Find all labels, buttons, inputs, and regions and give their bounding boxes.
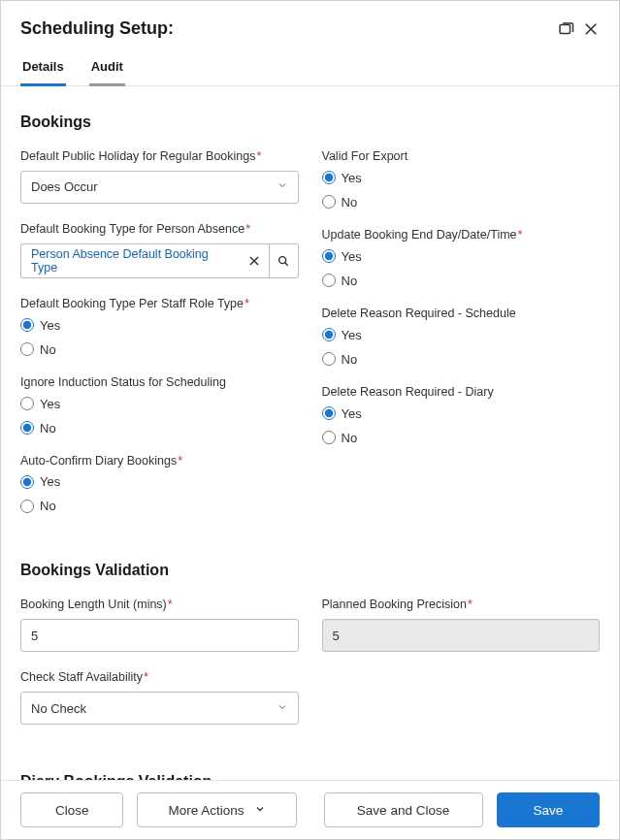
svg-rect-0 xyxy=(560,24,571,33)
lookup-clear-button[interactable] xyxy=(241,243,270,278)
page-title: Scheduling Setup: xyxy=(20,18,174,39)
radio-update-end-yes[interactable]: Yes xyxy=(322,249,601,264)
radio-delete-diary-no[interactable]: No xyxy=(322,431,601,445)
radio-valid-export-no[interactable]: No xyxy=(322,195,601,210)
radio-ignore-induction-no[interactable]: No xyxy=(20,421,299,436)
section-bookings: Bookings xyxy=(20,113,600,131)
svg-point-1 xyxy=(279,256,286,263)
lookup-value[interactable]: Person Absence Default Booking Type xyxy=(20,243,241,278)
select-check-staff-availability[interactable]: No Check xyxy=(20,692,299,725)
label-default-public-holiday: Default Public Holiday for Regular Booki… xyxy=(20,148,299,165)
radio-delete-diary-yes[interactable]: Yes xyxy=(322,406,601,421)
input-planned-booking-precision: 5 xyxy=(322,619,601,652)
label-delete-reason-diary: Delete Reason Required - Diary xyxy=(322,384,601,401)
close-icon[interactable] xyxy=(582,20,600,38)
chevron-down-icon xyxy=(254,803,266,818)
close-button[interactable]: Close xyxy=(20,792,123,827)
label-default-booking-type-absence: Default Booking Type for Person Absence* xyxy=(20,221,299,238)
save-and-close-button[interactable]: Save and Close xyxy=(324,792,483,827)
radio-ignore-induction-yes[interactable]: Yes xyxy=(20,397,299,411)
label-delete-reason-schedule: Delete Reason Required - Schedule xyxy=(322,306,601,322)
radio-staff-role-yes[interactable]: Yes xyxy=(20,318,299,333)
radio-auto-confirm-no[interactable]: No xyxy=(20,499,299,513)
select-default-public-holiday[interactable]: Does Occur xyxy=(20,171,299,204)
input-booking-length-unit[interactable]: 5 xyxy=(20,619,299,652)
label-valid-for-export: Valid For Export xyxy=(322,148,601,165)
tab-details[interactable]: Details xyxy=(20,49,66,86)
save-button[interactable]: Save xyxy=(497,792,600,827)
label-ignore-induction: Ignore Induction Status for Scheduling xyxy=(20,374,299,391)
lookup-search-button[interactable] xyxy=(270,243,299,278)
label-booking-length-unit: Booking Length Unit (mins)* xyxy=(20,597,299,613)
lookup-default-booking-type-absence[interactable]: Person Absence Default Booking Type xyxy=(20,243,299,278)
chevron-down-icon xyxy=(277,179,288,194)
radio-delete-schedule-no[interactable]: No xyxy=(322,352,601,367)
more-actions-button[interactable]: More Actions xyxy=(137,792,296,827)
maximize-icon[interactable] xyxy=(557,20,574,38)
radio-update-end-no[interactable]: No xyxy=(322,274,601,288)
radio-auto-confirm-yes[interactable]: Yes xyxy=(20,474,299,489)
label-default-booking-type-staff-role: Default Booking Type Per Staff Role Type… xyxy=(20,296,299,312)
label-planned-booking-precision: Planned Booking Precision* xyxy=(322,597,601,613)
radio-delete-schedule-yes[interactable]: Yes xyxy=(322,328,601,342)
tab-audit[interactable]: Audit xyxy=(89,49,125,86)
radio-valid-export-yes[interactable]: Yes xyxy=(322,171,601,185)
chevron-down-icon xyxy=(277,701,288,716)
section-diary-validation: Diary Bookings Validation xyxy=(20,773,600,780)
label-auto-confirm-diary: Auto-Confirm Diary Bookings* xyxy=(20,453,299,469)
label-update-booking-end: Update Booking End Day/Date/Time* xyxy=(322,227,601,243)
radio-staff-role-no[interactable]: No xyxy=(20,342,299,357)
label-check-staff-availability: Check Staff Availability* xyxy=(20,669,299,686)
section-bookings-validation: Bookings Validation xyxy=(20,562,600,579)
